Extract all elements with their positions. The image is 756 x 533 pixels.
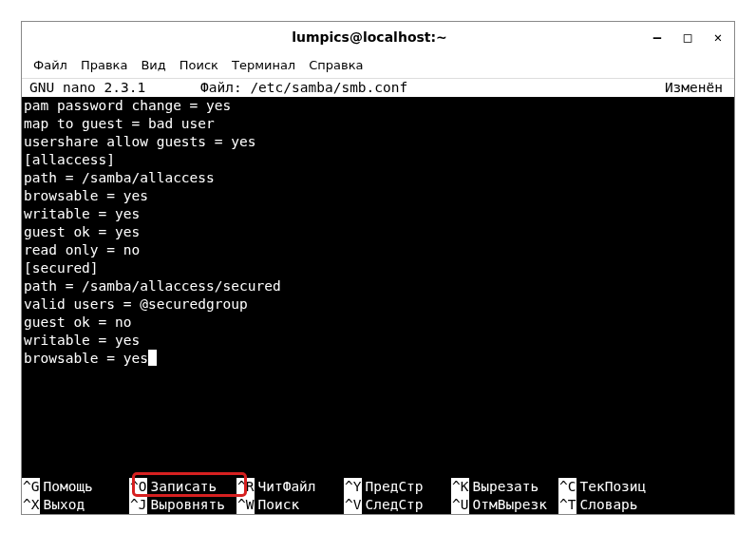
close-button[interactable]: ✕ <box>711 30 725 44</box>
shortcut-label: Помощь <box>40 478 96 496</box>
shortcut-key: ^J <box>129 496 147 514</box>
menu-search[interactable]: Поиск <box>180 58 218 72</box>
shortcut-label: Вырезать <box>469 478 542 496</box>
maximize-button[interactable]: □ <box>681 30 694 44</box>
shortcut-key: ^O <box>129 478 147 496</box>
nano-file: Файл: /etc/samba/smb.conf <box>191 79 665 97</box>
shortcut-ТекПозиц[interactable]: ^CТекПозиц <box>558 478 666 496</box>
editor-line: guest ok = no <box>22 314 734 332</box>
shortcut-key: ^W <box>236 496 255 514</box>
terminal-window: lumpics@localhost:~ — □ ✕ Файл Правка Ви… <box>21 21 735 515</box>
editor-line: [secured] <box>22 259 734 277</box>
editor-line: usershare allow guests = yes <box>22 133 734 151</box>
editor-body[interactable]: pam password change = yesmap to guest = … <box>22 97 734 368</box>
shortcut-ОтмВырезк[interactable]: ^UОтмВырезк <box>451 496 558 514</box>
shortcut-label: Выровнять <box>147 496 229 514</box>
shortcut-Помощь[interactable]: ^GПомощь <box>22 478 129 496</box>
window-title: lumpics@localhost:~ <box>88 29 651 45</box>
editor-line: path = /samba/allaccess/secured <box>22 277 734 295</box>
minimize-button[interactable]: — <box>651 30 664 44</box>
shortcut-key: ^R <box>236 478 255 496</box>
shortcut-label: ОтмВырезк <box>469 496 551 514</box>
shortcut-key: ^T <box>558 496 576 514</box>
editor-line: guest ok = yes <box>22 223 734 241</box>
shortcut-key: ^X <box>22 496 40 514</box>
shortcut-Записать[interactable]: ^OЗаписать <box>129 478 236 496</box>
shortcut-label: ЧитФайл <box>255 478 319 496</box>
shortcut-label: СледСтр <box>362 496 426 514</box>
shortcut-label: Поиск <box>255 496 303 514</box>
menu-terminal[interactable]: Терминал <box>232 58 295 72</box>
editor-line: browsable = yes <box>22 350 734 368</box>
editor-line: writable = yes <box>22 205 734 223</box>
cursor <box>148 350 157 366</box>
shortcut-СледСтр[interactable]: ^VСледСтр <box>344 496 451 514</box>
menu-edit[interactable]: Правка <box>81 58 127 72</box>
shortcut-Выход[interactable]: ^XВыход <box>22 496 129 514</box>
nano-version: GNU nano 2.3.1 <box>29 79 191 97</box>
shortcut-row-1: ^GПомощь^OЗаписать^RЧитФайл^YПредСтр^KВы… <box>22 478 734 496</box>
editor-line: path = /samba/allaccess <box>22 169 734 187</box>
shortcut-label: Записать <box>147 478 220 496</box>
menu-file[interactable]: Файл <box>33 58 67 72</box>
shortcut-label: Выход <box>40 496 88 514</box>
editor-line: read only = no <box>22 241 734 259</box>
menubar: Файл Правка Вид Поиск Терминал Справка <box>22 52 734 79</box>
shortcut-Поиск[interactable]: ^WПоиск <box>236 496 344 514</box>
nano-shortcuts: ^GПомощь^OЗаписать^RЧитФайл^YПредСтр^KВы… <box>22 478 734 514</box>
nano-header: GNU nano 2.3.1 Файл: /etc/samba/smb.conf… <box>22 79 734 97</box>
editor-line: pam password change = yes <box>22 97 734 115</box>
titlebar: lumpics@localhost:~ — □ ✕ <box>22 22 734 52</box>
shortcut-label: ПредСтр <box>362 478 426 496</box>
shortcut-Словарь[interactable]: ^TСловарь <box>558 496 666 514</box>
terminal-area[interactable]: GNU nano 2.3.1 Файл: /etc/samba/smb.conf… <box>22 79 734 514</box>
menu-help[interactable]: Справка <box>309 58 363 72</box>
editor-line: [allaccess] <box>22 151 734 169</box>
editor-line: writable = yes <box>22 332 734 350</box>
editor-line: valid users = @securedgroup <box>22 295 734 314</box>
shortcut-ЧитФайл[interactable]: ^RЧитФайл <box>236 478 344 496</box>
shortcut-key: ^U <box>451 496 469 514</box>
shortcut-key: ^V <box>344 496 362 514</box>
menu-view[interactable]: Вид <box>141 58 165 72</box>
shortcut-label: Словарь <box>576 496 641 514</box>
editor-line: map to guest = bad user <box>22 115 734 133</box>
shortcut-Выровнять[interactable]: ^JВыровнять <box>129 496 236 514</box>
shortcut-key: ^K <box>451 478 469 496</box>
shortcut-key: ^C <box>558 478 576 496</box>
shortcut-ПредСтр[interactable]: ^YПредСтр <box>344 478 451 496</box>
shortcut-key: ^G <box>22 478 40 496</box>
shortcut-row-2: ^XВыход^JВыровнять^WПоиск^VСледСтр^UОтмВ… <box>22 496 734 514</box>
window-controls: — □ ✕ <box>651 30 725 44</box>
shortcut-key: ^Y <box>344 478 362 496</box>
editor-line: browsable = yes <box>22 187 734 205</box>
nano-status: Изменён <box>665 79 727 97</box>
shortcut-Вырезать[interactable]: ^KВырезать <box>451 478 558 496</box>
shortcut-label: ТекПозиц <box>576 478 650 496</box>
